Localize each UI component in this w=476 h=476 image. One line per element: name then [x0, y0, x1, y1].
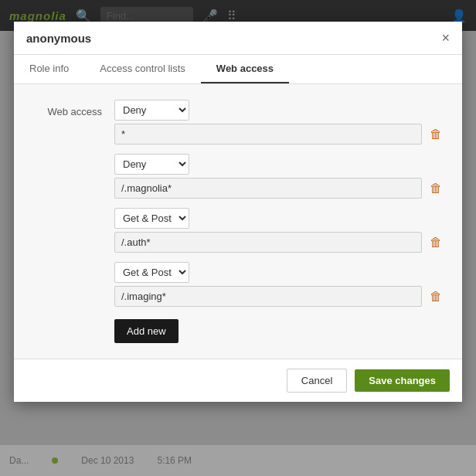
dialog-footer: Cancel Save changes — [14, 359, 462, 402]
row4-top: Deny Allow Get & Post — [114, 262, 444, 283]
dialog-header: anonymous × — [14, 22, 462, 55]
save-button[interactable]: Save changes — [355, 369, 450, 392]
close-button[interactable]: × — [441, 31, 450, 45]
access-row-1: Deny Allow Get & Post 🗑 — [114, 100, 444, 144]
row2-top: Deny Allow Get & Post — [114, 154, 444, 175]
access-select-2[interactable]: Deny Allow Get & Post — [114, 154, 189, 175]
delete-icon-1: 🗑 — [430, 128, 442, 141]
row4-path-row: 🗑 — [114, 286, 444, 307]
row1-path-row: 🗑 — [114, 124, 444, 144]
access-row-4: Deny Allow Get & Post 🗑 — [114, 262, 444, 307]
web-access-label: Web access — [32, 100, 102, 343]
access-row-3: Deny Allow Get & Post 🗑 — [114, 208, 444, 253]
dialog-overlay: anonymous × Role info Access control lis… — [0, 0, 476, 476]
dialog: anonymous × Role info Access control lis… — [14, 22, 462, 402]
dialog-tabs: Role info Access control lists Web acces… — [14, 55, 462, 84]
dialog-body: Web access Deny Allow Get & Post — [14, 84, 462, 359]
delete-button-4[interactable]: 🗑 — [428, 288, 444, 305]
access-select-4[interactable]: Deny Allow Get & Post — [114, 262, 189, 283]
dialog-title: anonymous — [26, 32, 91, 45]
delete-button-1[interactable]: 🗑 — [428, 126, 444, 143]
access-select-3[interactable]: Deny Allow Get & Post — [114, 208, 189, 229]
tab-acl[interactable]: Access control lists — [84, 55, 201, 83]
add-new-button[interactable]: Add new — [114, 319, 178, 343]
access-select-1[interactable]: Deny Allow Get & Post — [114, 100, 189, 121]
delete-button-2[interactable]: 🗑 — [428, 180, 444, 197]
access-rows: Deny Allow Get & Post 🗑 — [114, 100, 444, 343]
path-input-1[interactable] — [114, 124, 422, 144]
cancel-button[interactable]: Cancel — [287, 369, 347, 393]
tab-role-info[interactable]: Role info — [14, 55, 84, 83]
delete-icon-3: 🗑 — [430, 236, 442, 250]
path-input-4[interactable] — [114, 286, 422, 307]
delete-icon-4: 🗑 — [430, 290, 442, 304]
delete-icon-2: 🗑 — [430, 182, 442, 196]
access-row-2: Deny Allow Get & Post 🗑 — [114, 154, 444, 199]
web-access-section: Web access Deny Allow Get & Post — [32, 100, 444, 343]
tab-web-access[interactable]: Web access — [201, 55, 289, 83]
row2-path-row: 🗑 — [114, 178, 444, 199]
row3-top: Deny Allow Get & Post — [114, 208, 444, 229]
path-input-2[interactable] — [114, 178, 422, 199]
path-input-3[interactable] — [114, 232, 422, 253]
row1-top: Deny Allow Get & Post — [114, 100, 444, 121]
delete-button-3[interactable]: 🗑 — [428, 234, 444, 251]
row3-path-row: 🗑 — [114, 232, 444, 253]
